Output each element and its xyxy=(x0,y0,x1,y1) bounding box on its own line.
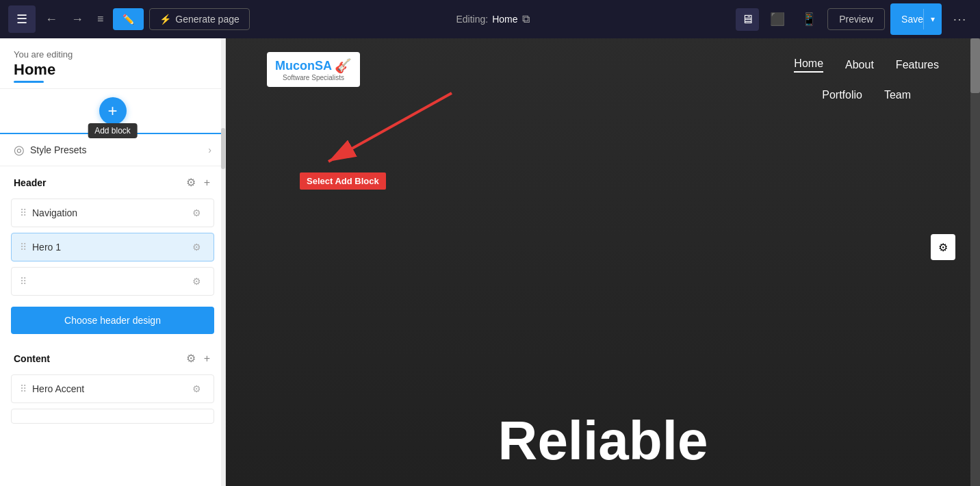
nav-link-features[interactable]: Features xyxy=(896,59,939,71)
hamburger-icon: ☰ xyxy=(16,12,27,27)
history-button[interactable]: ≡ xyxy=(93,10,107,28)
content-section-header: Content ⚙ + xyxy=(0,342,225,372)
regenerate-gear-icon: ⚙ xyxy=(938,241,948,254)
current-page-name: Home xyxy=(492,14,517,25)
header-settings-button[interactable]: ⚙ xyxy=(185,175,197,190)
generate-icon: ⚡ xyxy=(159,14,171,25)
generate-page-button[interactable]: ⚡ Generate page xyxy=(149,8,249,30)
page-title: Home xyxy=(14,61,211,79)
style-presets-row[interactable]: ◎ Style Presets › xyxy=(0,134,225,166)
preview-label: Preview xyxy=(839,14,873,25)
hero1-block-label: Hero 1 xyxy=(32,242,185,253)
toolbar: ☰ ← → ≡ ✏️ ⚡ Generate page Editing: Home… xyxy=(0,0,980,38)
undo-icon: ← xyxy=(45,12,57,27)
style-presets-label: Style Presets xyxy=(30,144,86,155)
header-add-button[interactable]: + xyxy=(203,175,211,190)
navigation-block-item[interactable]: ⠿ Navigation ⚙ xyxy=(11,199,214,227)
content-add-button[interactable]: + xyxy=(203,351,211,366)
content-section-title: Content xyxy=(14,353,50,364)
page-title-underline xyxy=(14,81,44,83)
navigation-block-label: Navigation xyxy=(32,207,185,218)
logo-text: MuconSA xyxy=(275,59,332,73)
navigation-block-settings[interactable]: ⚙ xyxy=(191,206,203,220)
device-desktop-button[interactable]: 🖥 xyxy=(736,8,759,31)
edit-mode-button[interactable]: ✏️ xyxy=(113,8,144,30)
add-block-tooltip: Add block xyxy=(88,123,138,138)
add-block-area: + Add block xyxy=(0,89,225,134)
device-mobile-button[interactable]: 📱 xyxy=(796,8,822,31)
more-options-button[interactable]: ⋯ xyxy=(947,8,972,30)
logo-subtitle: Software Specialists xyxy=(283,74,344,81)
more-icon: ⋯ xyxy=(953,12,966,27)
edit-icon: ✏️ xyxy=(122,14,134,25)
redo-icon: → xyxy=(71,12,83,27)
sidebar-header: You are editing Home xyxy=(0,38,225,89)
preview-navigation: MuconSA 🎸 Software Specialists Home Abou… xyxy=(226,38,980,115)
chevron-right-icon: › xyxy=(208,144,211,155)
hero-accent-block-settings[interactable]: ⚙ xyxy=(191,382,203,396)
editing-label-sidebar: You are editing xyxy=(14,49,211,60)
header-section-header: Header ⚙ + xyxy=(0,166,225,196)
editing-label: Editing: xyxy=(456,14,488,25)
nav-link-home[interactable]: Home xyxy=(794,57,823,73)
guitar-icon: 🎸 xyxy=(335,57,352,74)
nav-link-about[interactable]: About xyxy=(845,59,874,71)
regenerate-settings-button[interactable]: ⚙ xyxy=(931,234,955,260)
hero-accent-block-label: Hero Accent xyxy=(32,383,185,394)
choose-header-design-button[interactable]: Choose header design xyxy=(11,307,214,334)
toolbar-right: 🖥 ⬛ 📱 Preview Save ▾ ⋯ xyxy=(736,3,972,35)
undo-button[interactable]: ← xyxy=(41,10,62,29)
sidebar-scrollbar-thumb[interactable] xyxy=(221,128,225,169)
nav-row-1: Home About Features xyxy=(794,57,939,73)
hero-heading-text: Reliable xyxy=(498,409,708,472)
copy-page-icon[interactable]: ⧉ xyxy=(522,13,530,25)
header-section-title: Header xyxy=(14,177,46,188)
preview-button[interactable]: Preview xyxy=(827,8,885,30)
header-section-actions: ⚙ + xyxy=(185,175,211,190)
hamburger-button[interactable]: ☰ xyxy=(8,5,36,33)
partial-block-item xyxy=(11,409,214,424)
choose-design-label: Choose header design xyxy=(64,315,161,326)
history-icon: ≡ xyxy=(97,13,103,25)
hero-accent-block-item[interactable]: ⠿ Hero Accent ⚙ xyxy=(11,374,214,403)
save-button[interactable]: Save ▾ xyxy=(890,3,942,35)
hero1-block-settings[interactable]: ⚙ xyxy=(191,240,203,254)
toolbar-left: ☰ ← → ≡ ✏️ ⚡ Generate page xyxy=(8,5,250,33)
save-button-group: Save ▾ xyxy=(890,3,942,35)
style-presets-icon: ◎ xyxy=(14,142,25,157)
drag-handle-hero-accent: ⠿ xyxy=(20,383,27,394)
site-logo: MuconSA 🎸 Software Specialists xyxy=(267,52,360,87)
nav-links: Home About Features Portfolio Team xyxy=(794,57,939,101)
save-dropdown-arrow[interactable]: ▾ xyxy=(923,9,942,29)
drag-handle-navigation: ⠿ xyxy=(20,207,27,218)
select-add-block-annotation: Select Add Block xyxy=(300,172,386,190)
empty-block-settings[interactable]: ⚙ xyxy=(191,274,203,288)
device-tablet-button[interactable]: ⬛ xyxy=(764,8,790,31)
nav-link-portfolio[interactable]: Portfolio xyxy=(822,89,862,101)
content-settings-button[interactable]: ⚙ xyxy=(185,350,197,366)
canvas: MuconSA 🎸 Software Specialists Home Abou… xyxy=(226,38,980,486)
hero1-block-item[interactable]: ⠿ Hero 1 ⚙ xyxy=(11,233,214,261)
drag-handle-empty: ⠿ xyxy=(20,276,27,287)
content-section-actions: ⚙ + xyxy=(185,350,211,366)
sidebar-scrollbar-track[interactable] xyxy=(221,38,225,486)
empty-block-item[interactable]: ⠿ ⚙ xyxy=(11,267,214,296)
drag-handle-hero1: ⠿ xyxy=(20,242,27,253)
add-block-button[interactable]: + xyxy=(99,97,127,125)
nav-link-team[interactable]: Team xyxy=(884,89,911,101)
toolbar-center: Editing: Home ⧉ xyxy=(255,13,731,25)
style-presets-left: ◎ Style Presets xyxy=(14,142,86,157)
regenerate-area: ⚡ Regenerate ⚙ xyxy=(931,234,955,260)
sidebar: You are editing Home + Add block ◎ Style… xyxy=(0,38,226,486)
save-label: Save xyxy=(901,14,923,25)
generate-label: Generate page xyxy=(175,14,239,25)
redo-button[interactable]: → xyxy=(67,10,88,29)
nav-row-2: Portfolio Team xyxy=(794,89,939,101)
main-layout: You are editing Home + Add block ◎ Style… xyxy=(0,38,980,486)
